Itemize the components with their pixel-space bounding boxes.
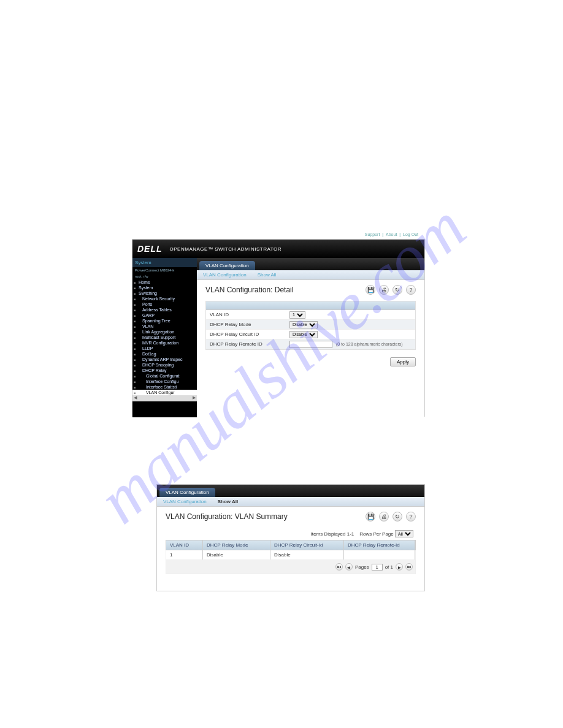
app-title: OPENMANAGE™ SWITCH ADMINISTRATOR (170, 246, 282, 252)
nav-spanning-tree[interactable]: Spanning Tree (132, 318, 197, 324)
nav-address-tables[interactable]: Address Tables (132, 307, 197, 313)
sidebar-system-header: System (132, 258, 197, 267)
subtab-vlan-configuration-2[interactable]: VLAN Configuration (163, 499, 207, 504)
print-icon[interactable]: 🖨 (379, 285, 389, 295)
col-relay-remote[interactable]: DHCP Relay Remote-Id (344, 540, 415, 550)
subtab-show-all[interactable]: Show All (258, 272, 277, 278)
col-relay-mode[interactable]: DHCP Relay Mode (203, 540, 270, 550)
sidebar-device: PowerConnect M8024-k (132, 267, 197, 273)
support-link[interactable]: Support (365, 232, 380, 237)
nav-interface-stats[interactable]: Interface Statisti (132, 384, 197, 390)
tab-vlan-configuration-2[interactable]: VLAN Configuration (159, 488, 215, 497)
print-icon-2[interactable]: 🖨 (379, 512, 389, 521)
refresh-icon[interactable]: ↻ (393, 285, 402, 295)
page-title-summary: VLAN Configuration: VLAN Summary (166, 512, 288, 521)
nav-arp-inspect[interactable]: Dynamic ARP Inspec (132, 357, 197, 362)
label-relay-mode: DHCP Relay Mode (210, 322, 289, 327)
save-icon-2[interactable]: 💾 (366, 512, 375, 521)
pager-last-icon[interactable]: ⏭ (405, 563, 413, 571)
nav-global-config[interactable]: Global Configurat (132, 373, 197, 379)
select-vlan-id[interactable]: 1 (289, 311, 305, 319)
select-relay-mode[interactable]: Disable (289, 321, 318, 328)
nav-system[interactable]: System (132, 285, 197, 290)
label-vlan-id: VLAN ID (210, 312, 289, 317)
table-header: VLAN ID DHCP Relay Mode DHCP Relay Circu… (166, 540, 416, 550)
sidebar-scrollbar[interactable]: ◀▶ (132, 395, 197, 401)
nav-ports[interactable]: Ports (132, 301, 197, 307)
subtab-vlan-configuration[interactable]: VLAN Configuration (203, 272, 247, 278)
nav-switching[interactable]: Switching (132, 290, 197, 296)
cell-relay-remote (344, 550, 415, 559)
toolbar-2: 💾 🖨 ↻ ? (366, 512, 416, 521)
screenshot-summary: VLAN Configuration VLAN Configuration Sh… (156, 484, 425, 591)
cell-vlan-id: 1 (166, 550, 203, 559)
pager-prev-icon[interactable]: ◀ (345, 563, 353, 571)
label-relay-circuit: DHCP Relay Circuit ID (210, 332, 289, 337)
hint-remote-id: (0 to 128 alphanumeric characters) (336, 342, 403, 346)
pager-first-icon[interactable]: ⏮ (335, 563, 343, 571)
help-icon[interactable]: ? (406, 285, 416, 295)
nav-vlan-config[interactable]: VLAN Configur (132, 390, 197, 395)
input-relay-remote[interactable] (289, 341, 332, 348)
pager: ⏮ ◀ Pages of 1 ▶ ⏭ (166, 560, 416, 574)
nav-garp[interactable]: GARP (132, 313, 197, 318)
tab-vlan-configuration[interactable]: VLAN Configuration (199, 261, 255, 270)
about-link[interactable]: About (386, 232, 397, 237)
brand-logo: DELL (137, 244, 163, 254)
pager-of-label: of 1 (385, 564, 393, 570)
form-area: VLAN ID 1 DHCP Relay Mode Disable DHCP R… (205, 301, 416, 350)
help-icon-2[interactable]: ? (406, 512, 416, 521)
page-title: VLAN Configuration: Detail (205, 286, 293, 294)
nav-mvr[interactable]: MVR Configuration (132, 340, 197, 346)
header-links: Support | About | Log Out (364, 232, 419, 237)
subtab-strip-2: VLAN Configuration Show All (157, 497, 424, 507)
col-relay-circuit[interactable]: DHCP Relay Circuit-Id (270, 540, 344, 550)
logout-link[interactable]: Log Out (403, 232, 418, 237)
label-relay-remote: DHCP Relay Remote ID (210, 341, 289, 347)
cell-relay-circuit: Disable (270, 550, 344, 559)
apply-button[interactable]: Apply (390, 357, 416, 366)
pager-pages-label: Pages (355, 564, 369, 570)
save-icon[interactable]: 💾 (366, 285, 375, 295)
col-vlan-id[interactable]: VLAN ID (166, 540, 203, 550)
pager-page-input[interactable] (372, 564, 383, 571)
nav-lldp[interactable]: LLDP (132, 346, 197, 351)
refresh-icon-2[interactable]: ↻ (393, 512, 402, 521)
toolbar: 💾 🖨 ↻ ? (366, 285, 416, 295)
nav-multicast[interactable]: Multicast Support (132, 335, 197, 340)
nav-dhcp-snooping[interactable]: DHCP Snooping (132, 362, 197, 368)
items-displayed: Items Displayed 1-1 (311, 531, 354, 537)
nav-interface-config[interactable]: Interface Configu (132, 379, 197, 384)
table-area: Items Displayed 1-1 Rows Per Page All VL… (166, 528, 416, 574)
sidebar-user: root, r/w (132, 273, 197, 279)
subtab-strip: VLAN Configuration Show All (197, 270, 424, 280)
table-info: Items Displayed 1-1 Rows Per Page All (166, 528, 416, 540)
nav-dhcp-relay[interactable]: DHCP Relay (132, 368, 197, 373)
nav-dot1ag[interactable]: Dot1ag (132, 351, 197, 357)
content-panel: VLAN Configuration VLAN Configuration Sh… (197, 258, 424, 417)
nav-vlan[interactable]: VLAN (132, 324, 197, 329)
screenshot-detail: Support | About | Log Out DELL OPENMANAG… (132, 239, 425, 417)
table-row: 1 Disable Disable (166, 550, 416, 560)
top-bar: DELL OPENMANAGE™ SWITCH ADMINISTRATOR (132, 240, 424, 258)
rows-per-page-select[interactable]: All (395, 530, 413, 537)
tab-strip: VLAN Configuration (197, 258, 424, 270)
rows-per-page-label: Rows Per Page (359, 531, 394, 537)
tab-strip-2: VLAN Configuration (157, 485, 424, 497)
cell-relay-mode: Disable (203, 550, 270, 559)
nav-link-agg[interactable]: Link Aggregation (132, 329, 197, 335)
form-header-bar (206, 301, 415, 310)
select-relay-circuit[interactable]: Disable (289, 331, 318, 338)
pager-next-icon[interactable]: ▶ (396, 563, 403, 571)
nav-sidebar: System PowerConnect M8024-k root, r/w Ho… (132, 258, 197, 417)
subtab-show-all-2[interactable]: Show All (218, 499, 238, 504)
nav-network-security[interactable]: Network Security (132, 296, 197, 301)
nav-home[interactable]: Home (132, 279, 197, 285)
